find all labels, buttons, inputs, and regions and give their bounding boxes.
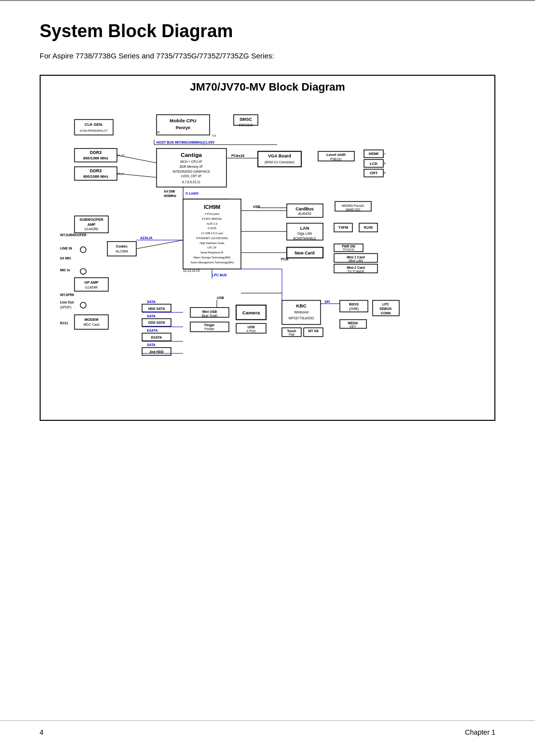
svg-text:OP AMP: OP AMP [84,280,99,285]
footer-page-number: 4 [40,728,44,736]
svg-text:BCM5784KMLG: BCM5784KMLG [293,237,316,240]
svg-text:ACPI 2.0: ACPI 2.0 [207,222,217,225]
svg-text:AMP: AMP [87,222,95,227]
block-diagram-svg: CLK GEN. ICS9LPR836SRKLFT Mobile CPU Pen… [46,101,489,413]
svg-point-96 [80,247,86,253]
svg-text:SATA: SATA [147,314,156,318]
svg-text:800/1066 MHz: 800/1066 MHz [83,174,108,179]
svg-text:Cantiga: Cantiga [181,151,202,158]
svg-text:SATA: SATA [147,343,156,347]
svg-text:ICS9LPR836SRKLFT: ICS9LPR836SRKLFT [80,129,108,132]
svg-text:HDD SATA: HDD SATA [148,307,165,310]
svg-text:MODEM: MODEM [85,317,99,322]
svg-text:4 Port: 4 Port [247,329,256,333]
svg-text:(SPDIF): (SPDIF) [60,305,71,309]
svg-text:(2MB): (2MB) [349,306,359,311]
svg-text:ALC888: ALC888 [116,250,128,253]
svg-text:Penryn: Penryn [176,125,191,130]
svg-text:SATA: SATA [147,300,156,303]
top-border [0,0,535,1]
svg-text:Camera: Camera [242,310,260,315]
svg-text:12,13,14,15: 12,13,14,15 [183,269,200,272]
svg-text:LVDS, CRT I/F: LVDS, CRT I/F [181,174,202,178]
svg-text:G1454R: G1454R [85,286,98,289]
svg-text:HDMI: HDMI [369,152,378,156]
svg-text:Level shift: Level shift [326,152,346,157]
svg-text:PSB101: PSB101 [330,157,342,161]
svg-text:DEBUG: DEBUG [379,307,392,310]
svg-text:New Card: New Card [295,251,315,255]
svg-text:ESATA: ESATA [151,336,162,339]
svg-text:LINE IN: LINE IN [60,247,72,250]
svg-text:Finger: Finger [205,323,215,327]
svg-text:PCIe: PCIe [281,257,288,261]
svg-text:SPI: SPI [324,300,330,303]
svg-text:AU6433: AU6433 [298,211,311,216]
svg-text:SMSC: SMSC [240,117,253,122]
svg-text:G1442RD: G1442RD [84,227,99,231]
svg-line-166 [136,240,183,249]
svg-text:TV TUNER: TV TUNER [347,270,364,273]
svg-text:4 PCIe ports: 4 PCIe ports [205,212,219,215]
svg-text:AZALIA: AZALIA [140,236,153,240]
content-area: System Block Diagram For Aspire 7738/773… [0,21,535,421]
svg-text:MDC Card: MDC Card [83,323,99,326]
svg-text:CRT: CRT [370,171,377,175]
svg-text:Winbond: Winbond [294,310,309,314]
svg-text:PCIex16: PCIex16 [231,154,245,157]
svg-text:17: 17 [382,152,385,155]
svg-text:Mini USB: Mini USB [202,310,217,313]
subtitle: For Aspire 7738/7738G Series and 7735/77… [40,51,495,60]
svg-text:ODD SATA: ODD SATA [148,321,165,324]
svg-text:KBC: KBC [296,303,307,308]
svg-text:Wire LAN: Wire LAN [349,259,363,262]
svg-text:Printer: Printer [205,327,215,331]
page-title: System Block Diagram [40,21,495,42]
svg-text:Int MIC: Int MIC [60,256,71,260]
svg-text:TXFM: TXFM [338,226,348,230]
svg-text:DDR3: DDR3 [90,150,102,155]
svg-text:16,17: 16,17 [117,172,124,175]
diagram-container: JM70/JV70-MV Block Diagram CLK GEN. ICS9… [40,75,495,421]
svg-text:14,15: 14,15 [117,154,124,157]
svg-text:INT KB: INT KB [308,329,319,333]
svg-text:MIC In: MIC In [60,268,70,272]
svg-text:KEY: KEY [350,325,356,328]
svg-text:CLK GEN.: CLK GEN. [85,122,103,127]
svg-text:11 USB 2.0 (1 port: 11 USB 2.0 (1 port [201,232,223,235]
svg-text:CardBus: CardBus [296,206,314,211]
svg-rect-0 [74,119,113,135]
svg-text:LPC I/F: LPC I/F [208,246,217,249]
svg-text:ICH9M: ICH9M [204,204,220,210]
svg-text:800/1066 MHz: 800/1066 MHz [83,156,108,160]
svg-text:Line Out: Line Out [60,301,74,304]
svg-text:SUBWOOFER: SUBWOOFER [79,217,104,222]
svg-text:PCIPCI BRIDGE: PCIPCI BRIDGE [202,217,222,220]
footer: 4 Chapter 1 [0,720,535,736]
svg-text:LCD: LCD [370,161,377,166]
svg-text:INT.SUBWOOFER: INT.SUBWOOFER [60,233,87,237]
svg-text:X4 DMI: X4 DMI [164,190,175,193]
svg-text:LPC BUS: LPC BUS [212,273,227,277]
svg-text:MS/MS Pro/xD: MS/MS Pro/xD [342,204,364,207]
svg-text:Pad: Pad [289,333,295,336]
svg-text:MCH + CPU I/F: MCH + CPU I/F [180,160,202,163]
svg-text:Serial Peripheral I/F: Serial Peripheral I/F [200,251,224,254]
svg-text:/MMC/SD: /MMC/SD [346,208,361,211]
svg-text:Mobile CPU: Mobile CPU [170,118,197,123]
svg-text:WPCE773LAODG: WPCE773LAODG [288,316,314,320]
svg-text:19: 19 [382,171,385,174]
diagram-title: JM70/JV70-MV Block Diagram [46,81,489,94]
svg-text:400MHz: 400MHz [164,194,177,198]
svg-text:High Definition Audio: High Definition Audio [200,242,224,245]
svg-text:USB: USB [217,296,224,300]
svg-text:Mini 2 Card: Mini 2 Card [347,266,365,269]
svg-text:LAN: LAN [300,226,309,231]
svg-text:Active Management Technology(M: Active Management Technology(MA) [190,261,233,264]
svg-text:28: 28 [157,131,160,134]
svg-text:RJ11: RJ11 [60,321,68,325]
svg-point-104 [80,302,86,308]
svg-text:ESATA: ESATA [147,329,158,332]
svg-text:4,5: 4,5 [212,134,216,137]
svg-text:6 SATA: 6 SATA [208,227,216,230]
